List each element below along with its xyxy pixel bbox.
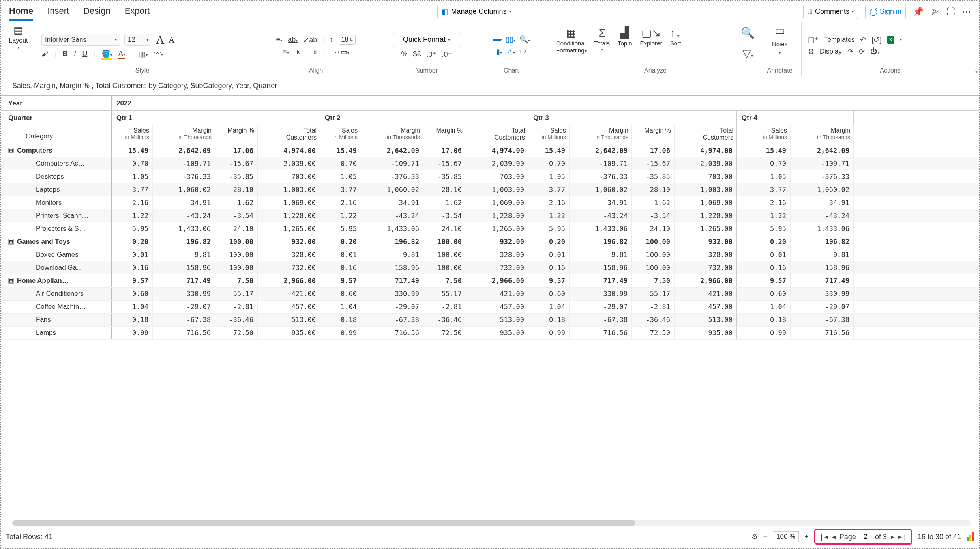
notes-button[interactable]: ▭ Notes ▾ [772, 24, 787, 67]
chart-zoom-icon[interactable]: 🔍▾ [519, 35, 530, 44]
chart-scale-value[interactable]: 1.2 [519, 49, 526, 54]
pin-icon[interactable]: 📌 [913, 7, 924, 17]
reset-icon[interactable]: [↺] [871, 35, 881, 44]
data-cell: 1,003.00 [466, 183, 528, 196]
topn-button[interactable]: ▟ Top n [618, 26, 632, 47]
line-style-icon[interactable]: 〰▾ [154, 50, 163, 58]
increase-indent-icon[interactable]: ⇥ [311, 48, 317, 56]
first-page-icon[interactable]: ❘◂ [819, 532, 828, 541]
font-family-select[interactable]: Inforiver Sans ▾ [41, 34, 120, 46]
redo-icon[interactable]: ↷ [847, 47, 853, 56]
more-icon[interactable]: ⋯ [962, 7, 971, 17]
refresh-icon[interactable]: ⟳ [859, 47, 865, 56]
totals-button[interactable]: Σ Totals ▾ [594, 26, 610, 52]
row-label[interactable]: ⊟Home Applian… [1, 274, 112, 287]
templates-label[interactable]: Templates [824, 36, 854, 44]
wrap-text-icon[interactable]: ab▾ [288, 35, 298, 44]
decrease-decimal-icon[interactable]: .0⁻ [442, 50, 452, 59]
italic-icon[interactable]: I [74, 50, 76, 58]
row-label[interactable]: Computers Ac… [1, 157, 112, 170]
comments-button[interactable]: ✎⃝ Comments ▾ [803, 5, 858, 19]
undo-icon[interactable]: ↶ [860, 35, 866, 44]
row-label[interactable]: ⊟Computers [1, 144, 112, 157]
row-label[interactable]: Monitors [1, 196, 112, 209]
orientation-icon[interactable]: ⤢ab [303, 35, 317, 44]
data-cell: 0.18 [737, 314, 791, 326]
bold-icon[interactable]: B [62, 50, 67, 58]
percent-icon[interactable]: % [401, 50, 407, 58]
row-label[interactable]: Fans [1, 314, 112, 326]
data-cell: 100.00 [215, 261, 258, 274]
tab-export[interactable]: Export [125, 3, 150, 21]
quick-format-button[interactable]: Quick Format ▾ [393, 33, 460, 47]
line-chart-icon[interactable]: 〃▾ [506, 47, 515, 56]
row-label[interactable]: Boxed Games [1, 248, 112, 261]
row-label[interactable]: Laptops [1, 183, 112, 196]
conditional-formatting-button[interactable]: ▦ ConditionalFormatting▾ [556, 26, 587, 54]
row-height-stepper[interactable]: 18 ⇅ [339, 35, 356, 45]
row-label[interactable]: Printers, Scann… [1, 209, 112, 222]
prev-page-icon[interactable]: ◂ [832, 532, 836, 541]
last-page-icon[interactable]: ▸❘ [898, 532, 908, 541]
format-painter-icon[interactable]: 🖌 [41, 50, 49, 58]
data-cell: 703.00 [675, 170, 737, 183]
font-size-select[interactable]: 12 ▾ [124, 34, 152, 46]
data-cell: 1.62 [215, 196, 258, 209]
h-scrollbar[interactable] [12, 520, 971, 526]
v-align-icon[interactable]: ≡▾ [283, 48, 289, 56]
annotate-group-label: Annotate [767, 67, 792, 76]
data-cell: 28.10 [215, 183, 258, 196]
template-add-icon[interactable]: ◫⁺ [808, 35, 819, 44]
power-icon[interactable]: ⏻▾ [870, 47, 879, 56]
sort-button[interactable]: ↑↓ Sort [670, 26, 681, 47]
settings-gear-icon[interactable]: ⚙ [751, 532, 758, 541]
filter-button[interactable]: 🔍 ▽▾ [741, 26, 755, 60]
currency-icon[interactable]: $€ [413, 50, 421, 58]
row-label[interactable]: Lamps [1, 327, 112, 339]
row-label[interactable]: ⊟Games and Toys [1, 235, 112, 248]
row-label[interactable]: Desktops [1, 170, 112, 183]
zoom-in-icon[interactable]: + [804, 533, 809, 541]
decrease-indent-icon[interactable]: ⇤ [297, 48, 303, 56]
scrollbar-thumb[interactable] [12, 520, 635, 526]
row-label[interactable]: Download Ga… [1, 261, 112, 274]
column-chart-icon[interactable]: ▮▾ [496, 47, 502, 56]
chart-mode-icon[interactable] [967, 532, 974, 541]
increase-decimal-icon[interactable]: .0⁺ [427, 50, 437, 59]
borders-icon[interactable]: ▦▾ [139, 50, 148, 58]
filter-icon[interactable]: ⫸ [931, 7, 939, 17]
tab-insert[interactable]: Insert [47, 3, 69, 21]
underline-icon[interactable]: U [82, 50, 87, 58]
row-label[interactable]: Projectors & S… [1, 222, 112, 235]
chevron-down-icon[interactable]: ▾ [17, 45, 19, 49]
gear-icon[interactable]: ⚙ [808, 47, 814, 56]
collapse-icon[interactable]: ⊟ [8, 278, 14, 284]
row-label[interactable]: Air Conditioners [1, 288, 112, 300]
chevron-down-icon[interactable]: ▾ [900, 37, 902, 42]
zoom-out-icon[interactable]: − [763, 533, 768, 541]
page-input[interactable] [860, 532, 871, 542]
tab-home[interactable]: Home [9, 3, 33, 21]
focus-mode-icon[interactable]: ⛶ [946, 7, 955, 17]
h-align-icon[interactable]: ≡▾ [276, 35, 283, 44]
display-label[interactable]: Display [820, 48, 842, 56]
row-label[interactable]: Coffee Machin… [1, 301, 112, 313]
decrease-font-icon[interactable]: A [169, 35, 175, 45]
excel-icon[interactable]: X [887, 36, 894, 44]
fill-color-icon[interactable]: 🪣▾ [101, 50, 112, 58]
autofit-icon[interactable]: ↔▭▾ [334, 48, 349, 56]
collapse-icon[interactable]: ⊟ [8, 239, 14, 245]
sign-in-button[interactable]: ◯̊ Sign in [865, 5, 906, 19]
bar-chart-icon[interactable]: ▬▾ [493, 35, 502, 43]
layout-icon[interactable]: ▤ [13, 24, 23, 36]
next-page-icon[interactable]: ▸ [891, 532, 894, 541]
explorer-button[interactable]: ▢↘ Explorer [640, 26, 662, 47]
collapse-icon[interactable]: ⊟ [8, 148, 14, 153]
increase-font-icon[interactable]: A [156, 33, 165, 47]
font-color-icon[interactable]: A▾ [118, 50, 125, 58]
expand-ribbon-icon[interactable]: ▾ [975, 69, 978, 75]
funnel-icon[interactable]: ▽▾ [742, 47, 753, 60]
manage-columns-button[interactable]: ◧ Manage Columns ▾ [437, 5, 515, 19]
tab-design[interactable]: Design [83, 3, 110, 21]
stacked-chart-icon[interactable]: ▯▯▾ [506, 35, 515, 44]
